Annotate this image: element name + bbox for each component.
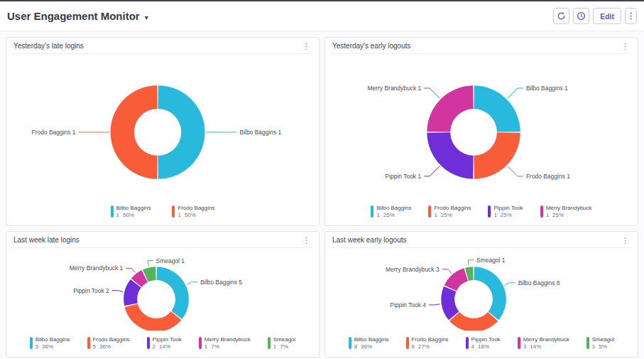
- legend-name: Bilbo Baggins: [116, 205, 151, 212]
- legend-name: Pippin Took: [471, 336, 501, 343]
- legend-name: Smeagol: [592, 336, 615, 343]
- donut-slice[interactable]: [444, 268, 468, 291]
- legend-item[interactable]: Frodo Baggins150%: [172, 205, 214, 219]
- legend-swatch: [349, 337, 351, 349]
- callout-line: [429, 304, 440, 305]
- legend-swatch: [371, 205, 373, 218]
- legend-value: 125%: [376, 212, 411, 219]
- legend-name: Frodo Baggins: [412, 336, 449, 343]
- donut-slice[interactable]: [449, 312, 498, 331]
- callout-line: [424, 88, 440, 98]
- panel-title: Yesterday's early logouts: [332, 42, 411, 50]
- legend-name: Merry Brandybuck: [546, 205, 592, 212]
- legend-swatch: [540, 205, 543, 218]
- slice-callout-label: Merry Brandybuck 1: [70, 264, 124, 272]
- legend-item[interactable]: Frodo Baggins125%: [428, 205, 471, 219]
- donut-svg: Bilbo Baggins 5Frodo Baggins 5Pippin Too…: [6, 248, 319, 331]
- slice-callout-label: Merry Brandybuck 1: [368, 85, 422, 92]
- legend-name: Merry Brandybuck: [204, 336, 251, 343]
- legend-item[interactable]: Bilbo Baggins125%: [371, 205, 411, 219]
- panel-header: Yesterday's early logouts ⋮: [332, 38, 631, 54]
- legend-swatch: [199, 337, 202, 349]
- refresh-icon: [557, 11, 566, 21]
- dashboard-title-group[interactable]: User Engagement Monitor ▾: [7, 10, 148, 22]
- callout-line: [126, 268, 135, 272]
- legend-name: Smeagol: [273, 336, 296, 343]
- panel-last-week-early-logouts: Last week early logouts ⋮ Bilbo Baggins …: [324, 231, 638, 358]
- panel-menu-button[interactable]: ⋮: [620, 237, 631, 244]
- legend-swatch: [111, 205, 114, 218]
- panel-last-week-late-logins: Last week late logins ⋮ Bilbo Baggins 5F…: [6, 231, 320, 358]
- panel-menu-button[interactable]: ⋮: [301, 43, 312, 50]
- donut-chart: Bilbo Baggins 1Frodo Baggins 1Pippin Too…: [325, 54, 638, 205]
- panel-yesterdays-late-logins: Yesterday's late logins ⋮ Bilbo Baggins …: [6, 37, 320, 226]
- schedule-button[interactable]: [573, 8, 589, 24]
- donut-slice[interactable]: [474, 267, 506, 320]
- legend-item[interactable]: Frodo Baggins627%: [406, 336, 449, 350]
- legend-value: 125%: [493, 212, 523, 219]
- clock-icon: [577, 11, 586, 21]
- legend-value: 627%: [412, 343, 449, 350]
- callout-line: [424, 166, 440, 176]
- panel-header: Yesterday's late logins ⋮: [13, 38, 312, 54]
- slice-callout-label: Bilbo Baggins 1: [240, 129, 282, 136]
- chevron-down-icon[interactable]: ▾: [145, 11, 148, 21]
- legend-item[interactable]: Smeagol17%: [268, 336, 296, 350]
- dashboard-header: User Engagement Monitor ▾ Edit ⋮: [0, 1, 644, 31]
- legend-item[interactable]: Merry Brandybuck314%: [518, 336, 569, 350]
- donut-slice[interactable]: [125, 304, 182, 331]
- donut-slice[interactable]: [111, 85, 158, 178]
- legend-item[interactable]: Pippin Took214%: [147, 336, 182, 350]
- donut-chart: Bilbo Baggins 5Frodo Baggins 5Pippin Too…: [6, 248, 319, 336]
- chart-legend: Bilbo Baggins836%Frodo Baggins627%Pippin…: [325, 336, 638, 350]
- page-title: User Engagement Monitor: [7, 10, 140, 22]
- callout-line: [112, 291, 124, 292]
- legend-item[interactable]: Bilbo Baggins536%: [30, 336, 70, 350]
- panel-menu-button[interactable]: ⋮: [620, 43, 631, 50]
- legend-item[interactable]: Bilbo Baggins836%: [349, 336, 389, 350]
- legend-value: 214%: [153, 343, 182, 350]
- legend-value: 418%: [471, 343, 501, 350]
- legend-swatch: [147, 337, 150, 349]
- callout-line: [508, 166, 523, 176]
- legend-name: Bilbo Baggins: [36, 336, 70, 343]
- legend-swatch: [586, 337, 589, 349]
- donut-slice[interactable]: [157, 267, 189, 319]
- legend-value: 836%: [354, 343, 389, 350]
- refresh-button[interactable]: [553, 8, 569, 24]
- slice-callout-label: Bilbo Baggins 8: [518, 279, 560, 286]
- legend-item[interactable]: Pippin Took125%: [488, 205, 523, 219]
- legend-value: 125%: [434, 212, 471, 219]
- legend-swatch: [406, 337, 409, 349]
- legend-item[interactable]: Merry Brandybuck17%: [199, 336, 251, 350]
- legend-swatch: [268, 337, 271, 349]
- callout-line: [508, 88, 523, 98]
- legend-item[interactable]: Pippin Took418%: [466, 336, 501, 350]
- edit-button[interactable]: Edit: [593, 8, 621, 24]
- legend-item[interactable]: Merry Brandybuck125%: [540, 205, 592, 219]
- slice-callout-label: Pippin Took 4: [390, 301, 426, 309]
- legend-swatch: [87, 337, 90, 349]
- legend-swatch: [30, 337, 33, 349]
- donut-chart: Bilbo Baggins 8Frodo Baggins 6Pippin Too…: [325, 248, 638, 336]
- slice-callout-label: Frodo Baggins 1: [526, 173, 570, 180]
- header-kebab-button[interactable]: ⋮: [625, 8, 637, 24]
- callout-line: [442, 269, 452, 274]
- legend-value: 17%: [204, 343, 251, 350]
- legend-item[interactable]: Bilbo Baggins150%: [111, 205, 151, 219]
- slice-callout-label: Pippin Took 1: [386, 173, 422, 180]
- callout-line: [505, 283, 515, 285]
- panel-title: Last week late logins: [13, 236, 80, 244]
- slice-callout-label: Smeagol 1: [156, 257, 185, 264]
- donut-slice[interactable]: [158, 85, 204, 178]
- legend-item[interactable]: Frodo Baggins536%: [87, 336, 130, 350]
- panel-menu-button[interactable]: ⋮: [301, 237, 312, 244]
- donut-chart: Bilbo Baggins 1Frodo Baggins 1: [6, 54, 319, 205]
- slice-callout-label: Pippin Took 2: [73, 287, 109, 294]
- legend-value: 15%: [592, 343, 615, 350]
- legend-value: 150%: [116, 212, 151, 219]
- legend-item[interactable]: Smeagol15%: [586, 336, 615, 350]
- legend-name: Pippin Took: [493, 205, 523, 212]
- panel-title: Last week early logouts: [332, 236, 407, 244]
- legend-swatch: [172, 205, 175, 218]
